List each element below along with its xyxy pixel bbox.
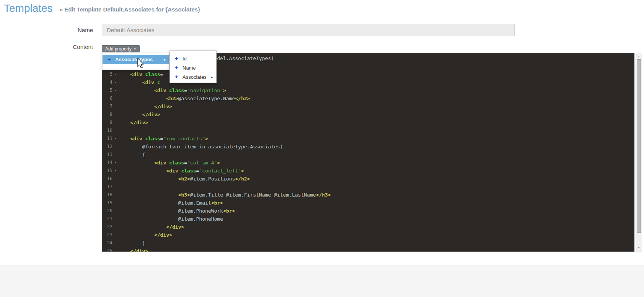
name-field[interactable]	[102, 24, 515, 36]
line-number: 4	[102, 78, 112, 86]
code-line: 14▾ <div class="col-sm-4">	[102, 159, 634, 167]
fold-icon[interactable]: ▾	[112, 159, 118, 167]
add-property-label: Add property	[105, 46, 132, 52]
menu-item-name[interactable]: +Name	[170, 63, 216, 72]
fold-spacer	[112, 191, 118, 199]
fold-spacer	[112, 183, 118, 191]
fold-spacer	[112, 143, 118, 151]
scroll-down-icon[interactable]: ▼	[636, 245, 642, 250]
code-line: 11▾ <div class="row contacts">	[102, 135, 634, 143]
mouse-cursor-icon	[137, 58, 145, 70]
fold-icon[interactable]: ▾	[112, 70, 118, 78]
fold-spacer	[112, 215, 118, 223]
menu-item-label: AssociateTypes	[115, 57, 153, 62]
fold-spacer	[112, 247, 118, 252]
scroll-up-icon[interactable]: ▲	[636, 54, 642, 59]
code-text: }	[118, 239, 145, 247]
content-label: Content	[23, 44, 93, 50]
fold-spacer	[112, 102, 118, 111]
chevron-down-icon: ∨	[134, 47, 136, 50]
page: Templates » Edit Template Default.Associ…	[0, 0, 644, 304]
fold-spacer	[112, 127, 118, 135]
code-line: 22 </div>	[102, 223, 634, 231]
code-line: 19 @item.Email<br>	[102, 199, 634, 207]
menu-item-label: Id	[183, 56, 187, 62]
line-number: 24	[102, 239, 112, 247]
plus-icon: +	[175, 74, 182, 80]
line-number: 25	[102, 247, 112, 252]
code-line: 21 @item.PhoneHome	[102, 215, 634, 223]
code-line: 13 {	[102, 151, 634, 159]
line-number: 14	[102, 159, 112, 167]
code-text: <div class="row contacts">	[118, 135, 208, 143]
code-line: 5▾ <div class="navigation">	[102, 86, 634, 94]
line-number: 16	[102, 175, 112, 183]
fold-spacer	[112, 239, 118, 247]
fold-icon[interactable]: ▾	[112, 167, 118, 175]
editor-scrollbar[interactable]: ▲ ▼	[636, 53, 642, 252]
line-number: 9	[102, 119, 112, 127]
breadcrumb: » Edit Template Default.Associates for {…	[60, 4, 200, 13]
menu-item-label: Name	[183, 65, 196, 71]
code-text: <h2>@associateType.Name</h2>	[118, 94, 250, 102]
line-number: 17	[102, 183, 112, 191]
page-title: Templates	[4, 2, 53, 15]
fold-spacer	[112, 199, 118, 207]
fold-spacer	[112, 151, 118, 159]
code-text: </div>	[118, 111, 160, 119]
code-line: 10	[102, 127, 634, 135]
page-header: Templates » Edit Template Default.Associ…	[0, 0, 644, 17]
code-line: 20 @item.PhoneWork<br>	[102, 207, 634, 215]
fold-spacer	[112, 231, 118, 239]
line-number: 11	[102, 135, 112, 143]
name-label: Name	[23, 27, 93, 33]
code-text: @item.PhoneWork<br>	[118, 207, 235, 215]
code-text: </div>	[118, 223, 184, 231]
line-number: 3	[102, 70, 112, 78]
code-text: <div c	[118, 78, 160, 86]
line-number: 23	[102, 231, 112, 239]
code-text: <div class=	[118, 70, 163, 78]
code-text: {	[118, 151, 145, 159]
menu-item-id[interactable]: +Id	[170, 54, 216, 63]
add-property-button[interactable]: Add property ∨	[102, 45, 140, 52]
code-text: <div class="navigation">	[118, 86, 226, 94]
plus-icon: +	[175, 55, 182, 62]
code-text: <h3>@item.Title @item.FirstName @item.La…	[118, 191, 331, 199]
line-number: 19	[102, 199, 112, 207]
code-line: 15▾ <div class="contact_left">	[102, 167, 634, 175]
line-number: 6	[102, 94, 112, 102]
code-line: 17	[102, 183, 634, 191]
code-text: @item.Email<br>	[118, 199, 223, 207]
line-number: 21	[102, 215, 112, 223]
line-number: 12	[102, 143, 112, 151]
menu-item-associatetypes[interactable]: +AssociateTypes▸	[103, 55, 169, 64]
code-text: </div>	[118, 102, 172, 111]
line-number: 13	[102, 151, 112, 159]
line-number: 8	[102, 111, 112, 119]
plus-icon: +	[108, 57, 114, 63]
code-text: </div>	[118, 231, 172, 239]
menu-item-label: Associates	[183, 74, 207, 80]
code-line: 25 </div>	[102, 247, 634, 252]
code-text: @item.PhoneHome	[118, 215, 223, 223]
code-line: 18 <h3>@item.Title @item.FirstName @item…	[102, 191, 634, 199]
code-line: 7 </div>	[102, 102, 634, 111]
scrollbar-thumb[interactable]	[637, 59, 641, 233]
code-text: <div class="contact_left">	[118, 167, 244, 175]
code-text: </div>	[118, 247, 148, 252]
fold-icon[interactable]: ▾	[112, 78, 118, 86]
code-text: <h2>@item.Positions</h2>	[118, 175, 250, 183]
line-number: 20	[102, 207, 112, 215]
code-line: 23 </div>	[102, 231, 634, 239]
fold-spacer	[112, 175, 118, 183]
fold-icon[interactable]: ▾	[112, 86, 118, 94]
add-property-submenu: +Id+Name+Associates▸	[170, 50, 217, 83]
fold-spacer	[112, 119, 118, 127]
code-line: 9 </div>	[102, 119, 634, 127]
fold-icon[interactable]: ▾	[112, 135, 118, 143]
plus-icon: +	[175, 65, 182, 71]
line-number: 10	[102, 127, 112, 135]
line-number: 15	[102, 167, 112, 175]
menu-item-associates[interactable]: +Associates▸	[170, 72, 216, 81]
